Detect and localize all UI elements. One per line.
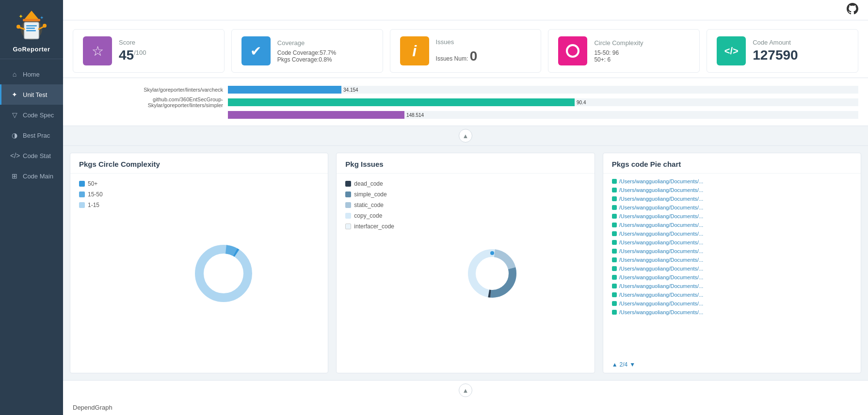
code-pie-body: /Users/wangguoliang/Documents/... /Users… bbox=[603, 174, 861, 358]
coverage-sub: Code Coverage:57.7% Pkgs Coverage:0.8% bbox=[277, 49, 336, 63]
bar-row-2: github.com/360EntSecGroup-Skylar/gorepor… bbox=[73, 96, 858, 108]
svg-point-11 bbox=[16, 25, 20, 29]
sidebar-item-home[interactable]: ⌂ Home bbox=[0, 64, 63, 84]
score-label: Score bbox=[119, 39, 146, 46]
issues-content: Issues Issues Num: 0 bbox=[436, 38, 478, 64]
legend-item-interfacer: interfacer_code bbox=[345, 223, 394, 230]
sidebar-item-code-stat[interactable]: </> Code Stat bbox=[0, 145, 63, 166]
stat-card-score: ☆ Score 45/100 bbox=[73, 29, 225, 73]
pkg-issues-title: Pkg Issues bbox=[337, 153, 594, 174]
circle-label: Circle Complexity bbox=[594, 39, 643, 47]
code-stat-icon: </> bbox=[10, 152, 19, 160]
score-content: Score 45/100 bbox=[119, 39, 146, 63]
list-item: /Users/wangguoliang/Documents/... bbox=[612, 265, 852, 272]
circle-sub: 15-50: 96 50+: 6 bbox=[594, 49, 643, 63]
bar-row-1: Skylar/goreporter/linters/varcheck 34.15… bbox=[73, 86, 858, 94]
unit-test-icon: ✦ bbox=[10, 91, 19, 98]
collapse-btn-2: ▲ bbox=[63, 380, 868, 400]
depend-label: DependGraph bbox=[63, 400, 868, 415]
circle-content: Circle Complexity 15-50: 96 50+: 6 bbox=[594, 39, 643, 63]
sidebar-item-unit-test-label: Unit Test bbox=[23, 91, 47, 98]
collapse-circle-2[interactable]: ▲ bbox=[459, 383, 472, 397]
collapse-circle-1[interactable]: ▲ bbox=[459, 129, 472, 143]
sidebar-item-unit-test[interactable]: ✦ Unit Test bbox=[0, 84, 63, 105]
code-pie-title: Pkgs code Pie chart bbox=[603, 153, 861, 174]
coverage-icon: ✔ bbox=[241, 36, 271, 65]
bar-value-1: 34.154 bbox=[343, 87, 358, 93]
list-item: /Users/wangguoliang/Documents/... bbox=[612, 300, 852, 307]
score-value: 45/100 bbox=[119, 48, 146, 63]
legend-label-static: static_code bbox=[354, 202, 384, 208]
legend-dot-15-50 bbox=[79, 192, 85, 197]
legend-label-copy: copy_code bbox=[354, 212, 382, 219]
coverage-label: Coverage bbox=[277, 39, 336, 47]
sidebar-item-code-spec[interactable]: ▽ Code Spec bbox=[0, 105, 63, 125]
sidebar-item-best-prac[interactable]: ◑ Best Prac bbox=[0, 125, 63, 145]
pie-dot bbox=[612, 240, 617, 245]
sidebar-nav: ⌂ Home ✦ Unit Test ▽ Code Spec ◑ Best Pr… bbox=[0, 64, 63, 186]
pie-dot bbox=[612, 179, 617, 184]
donut-svg-1 bbox=[192, 242, 255, 305]
github-icon[interactable] bbox=[847, 3, 858, 17]
legend-item-1-15: 1-15 bbox=[79, 202, 123, 208]
pie-list: /Users/wangguoliang/Documents/... /Users… bbox=[612, 177, 852, 316]
pie-dot bbox=[612, 223, 617, 227]
legend-dot-1-15 bbox=[79, 202, 85, 208]
circle-complexity-title: Pkgs Circle Complexity bbox=[70, 153, 328, 174]
stat-card-circle: Circle Complexity 15-50: 96 50+: 6 bbox=[548, 29, 700, 73]
pie-dot bbox=[612, 257, 617, 262]
svg-rect-3 bbox=[26, 28, 35, 29]
legend-label-interfacer: interfacer_code bbox=[354, 223, 394, 230]
legend-item-static: static_code bbox=[345, 202, 394, 208]
code-amount-label: Code Amount bbox=[753, 39, 798, 46]
panel-pkg-issues: Pkg Issues dead_code simple_code static_… bbox=[336, 153, 595, 373]
donut-svg-2 bbox=[466, 247, 519, 300]
bar-fill-2a bbox=[228, 98, 575, 106]
svg-text:✦: ✦ bbox=[18, 13, 23, 20]
bar-label-1: Skylar/goreporter/linters/varcheck bbox=[73, 87, 228, 93]
sidebar-item-best-prac-label: Best Prac bbox=[23, 132, 50, 139]
best-prac-icon: ◑ bbox=[10, 131, 19, 139]
code-amount-content: Code Amount 127590 bbox=[753, 39, 798, 63]
legend-label-15-50: 15-50 bbox=[88, 191, 103, 198]
sidebar-item-code-main[interactable]: ⊞ Code Main bbox=[0, 166, 63, 186]
chart-area: Skylar/goreporter/linters/varcheck 34.15… bbox=[63, 78, 868, 126]
bar-track-3: 148.514 bbox=[228, 111, 858, 119]
pkg-issues-legend: dead_code simple_code static_code copy_c… bbox=[345, 178, 394, 368]
pie-dot bbox=[612, 310, 617, 315]
list-item: /Users/wangguoliang/Documents/... bbox=[612, 186, 852, 194]
legend-label-1-15: 1-15 bbox=[88, 202, 99, 208]
panel-code-pie: Pkgs code Pie chart /Users/wangguoliang/… bbox=[603, 153, 861, 373]
svg-point-12 bbox=[43, 24, 47, 28]
pie-dot bbox=[612, 249, 617, 254]
legend-label-dead: dead_code bbox=[354, 180, 383, 187]
svg-point-21 bbox=[490, 251, 494, 255]
bar-row-3: 148.514 bbox=[73, 111, 858, 119]
sidebar-item-code-stat-label: Code Stat bbox=[23, 152, 51, 160]
list-item: /Users/wangguoliang/Documents/... bbox=[612, 177, 852, 185]
sidebar-item-home-label: Home bbox=[23, 71, 40, 78]
pie-dot bbox=[612, 214, 617, 219]
list-item: /Users/wangguoliang/Documents/... bbox=[612, 204, 852, 211]
sidebar-item-code-spec-label: Code Spec bbox=[23, 112, 54, 119]
code-amount-icon: </> bbox=[717, 36, 746, 65]
pie-prev-arrow[interactable]: ▲ bbox=[612, 361, 618, 368]
bar-label-2: github.com/360EntSecGroup-Skylar/gorepor… bbox=[73, 96, 228, 108]
legend-dot-static bbox=[345, 202, 351, 208]
score-icon: ☆ bbox=[83, 36, 112, 65]
list-item: /Users/wangguoliang/Documents/... bbox=[612, 282, 852, 290]
home-icon: ⌂ bbox=[10, 70, 19, 78]
pie-dot bbox=[612, 205, 617, 210]
sidebar: ✦ ✦ GoReporter ⌂ Home ✦ Unit Test ▽ Code… bbox=[0, 0, 63, 415]
pie-dot bbox=[612, 196, 617, 201]
list-item: /Users/wangguoliang/Documents/... bbox=[612, 212, 852, 220]
issues-label: Issues bbox=[436, 38, 478, 46]
code-spec-icon: ▽ bbox=[10, 111, 19, 119]
pie-pagination: ▲ 2/4 ▼ bbox=[603, 358, 861, 373]
svg-rect-6 bbox=[23, 19, 40, 21]
svg-marker-5 bbox=[24, 11, 39, 19]
pie-dot bbox=[612, 231, 617, 236]
legend-item-copy: copy_code bbox=[345, 212, 394, 219]
bar-value-2a: 90.4 bbox=[577, 100, 586, 105]
pie-next-arrow[interactable]: ▼ bbox=[629, 361, 635, 368]
